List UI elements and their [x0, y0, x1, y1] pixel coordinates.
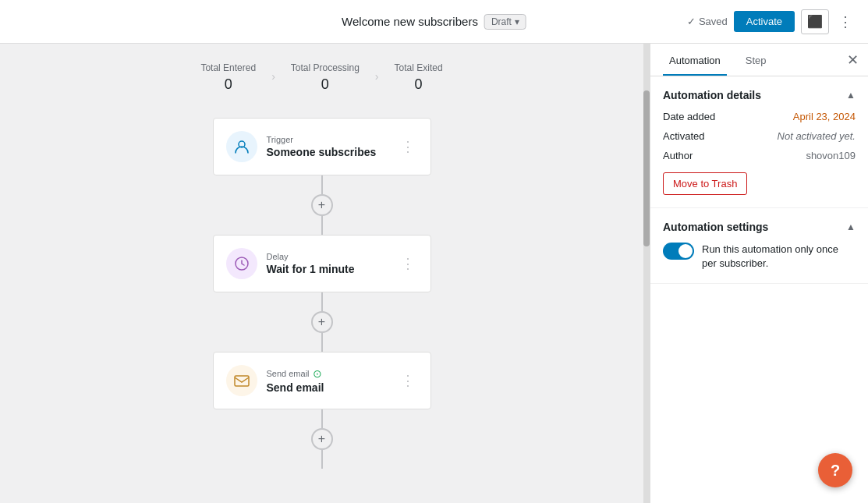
panel-close-button[interactable]: ✕ — [847, 51, 859, 69]
author-row: Author shovon109 — [663, 150, 856, 161]
delay-content: Delay Wait for 1 minute — [267, 252, 388, 275]
send-email-node[interactable]: Send email ⊙ Send email ⋮ — [213, 352, 431, 409]
app-header: Welcome new subscribers Draft ▾ ✓ Saved … — [0, 0, 868, 44]
check-icon: ✓ — [687, 16, 696, 27]
email-svg — [233, 372, 250, 389]
toggle-label: Run this automation only once per subscr… — [702, 243, 856, 271]
date-added-value: April 23, 2024 — [793, 111, 856, 122]
delay-menu-button[interactable]: ⋮ — [398, 252, 418, 275]
person-svg — [233, 138, 250, 155]
activate-button[interactable]: Activate — [734, 11, 795, 32]
email-content: Send email ⊙ Send email — [267, 367, 388, 394]
automation-details-section: Automation details ▲ Date added April 23… — [650, 76, 868, 208]
stat-exited-label: Total Exited — [395, 62, 443, 73]
toggle-thumb — [678, 244, 693, 258]
saved-label: Saved — [699, 16, 728, 27]
automation-title: Welcome new subscribers — [342, 15, 478, 28]
date-added-label: Date added — [663, 111, 715, 122]
automation-settings-title: Automation settings — [663, 221, 768, 233]
layout-toggle-button[interactable]: ⬛ — [801, 9, 829, 34]
tab-step-label: Step — [746, 55, 767, 66]
more-options-button[interactable]: ⋮ — [835, 10, 856, 34]
connector-2 — [321, 216, 323, 235]
add-step-button-3[interactable]: + — [311, 428, 333, 450]
activated-value: Not activated yet. — [778, 130, 856, 142]
email-icon — [226, 365, 257, 396]
draft-status-button[interactable]: Draft ▾ — [484, 14, 526, 30]
svg-rect-2 — [235, 376, 249, 386]
tab-automation[interactable]: Automation — [663, 44, 727, 76]
stat-entered-value: 0 — [225, 76, 232, 93]
stat-entered-label: Total Entered — [200, 62, 256, 73]
tab-step[interactable]: Step — [739, 44, 773, 76]
stat-arrow-2: › — [375, 70, 379, 86]
automation-details-header[interactable]: Automation details ▲ — [663, 89, 856, 101]
header-actions: ✓ Saved Activate ⬛ ⋮ — [687, 9, 856, 34]
trigger-menu-button[interactable]: ⋮ — [398, 135, 418, 158]
draft-chevron-icon: ▾ — [515, 16, 519, 27]
stat-exited-value: 0 — [415, 76, 423, 93]
draft-label: Draft — [491, 16, 512, 27]
tab-automation-label: Automation — [669, 55, 721, 66]
delay-icon — [226, 248, 257, 279]
help-button[interactable]: ? — [818, 453, 852, 487]
trigger-type-label: Trigger — [267, 135, 388, 144]
connector-6 — [321, 450, 323, 469]
trigger-node[interactable]: Trigger Someone subscribes ⋮ — [213, 118, 431, 175]
email-name: Send email — [267, 381, 388, 394]
add-step-button-2[interactable]: + — [311, 311, 333, 333]
saved-status: ✓ Saved — [687, 16, 728, 27]
help-icon: ? — [831, 462, 840, 480]
connector-4 — [321, 333, 323, 352]
toggle-row: Run this automation only once per subscr… — [663, 243, 856, 271]
email-type-label: Send email ⊙ — [267, 367, 388, 380]
connector-1 — [321, 175, 323, 194]
email-status-badge: ⊙ — [313, 367, 322, 380]
trigger-content: Trigger Someone subscribes — [267, 135, 388, 158]
clock-svg — [233, 255, 250, 272]
automation-details-title: Automation details — [663, 89, 761, 101]
details-chevron-icon: ▲ — [846, 90, 856, 101]
delay-name: Wait for 1 minute — [267, 263, 388, 275]
move-to-trash-button[interactable]: Move to Trash — [663, 172, 747, 195]
header-center: Welcome new subscribers Draft ▾ — [342, 14, 526, 30]
connector-3 — [321, 292, 323, 311]
run-once-toggle[interactable] — [663, 243, 694, 260]
automation-canvas: Total Entered 0 › Total Processing 0 › T… — [0, 44, 643, 503]
email-menu-button[interactable]: ⋮ — [398, 369, 418, 392]
trigger-name: Someone subscribes — [267, 146, 388, 158]
author-label: Author — [663, 150, 693, 161]
stats-row: Total Entered 0 › Total Processing 0 › T… — [200, 62, 442, 93]
activated-label: Activated — [663, 130, 704, 142]
stat-processing-label: Total Processing — [291, 62, 360, 73]
connector-5 — [321, 409, 323, 428]
activated-row: Activated Not activated yet. — [663, 130, 856, 142]
layout-icon: ⬛ — [807, 14, 823, 29]
main-layout: Total Entered 0 › Total Processing 0 › T… — [0, 44, 868, 503]
author-value: shovon109 — [806, 150, 856, 161]
date-added-row: Date added April 23, 2024 — [663, 111, 856, 122]
stat-processing-value: 0 — [321, 76, 329, 93]
send-email-type-text: Send email — [267, 369, 310, 378]
automation-settings-section: Automation settings ▲ Run this automatio… — [650, 208, 868, 284]
add-step-button-1[interactable]: + — [311, 194, 333, 216]
delay-type-label: Delay — [267, 252, 388, 261]
stat-total-exited: Total Exited 0 — [395, 62, 443, 93]
delay-node[interactable]: Delay Wait for 1 minute ⋮ — [213, 235, 431, 292]
flow-container: Trigger Someone subscribes ⋮ + Delay — [213, 118, 431, 469]
scrollbar-thumb[interactable] — [643, 90, 650, 246]
right-panel: Automation Step ✕ Automation details ▲ D… — [650, 44, 868, 503]
stat-arrow-1: › — [271, 70, 275, 86]
stat-total-processing: Total Processing 0 — [291, 62, 360, 93]
settings-chevron-icon: ▲ — [846, 221, 856, 232]
trigger-icon — [226, 131, 257, 162]
automation-settings-header[interactable]: Automation settings ▲ — [663, 221, 856, 233]
panel-tabs: Automation Step ✕ — [650, 44, 868, 76]
stat-total-entered: Total Entered 0 — [200, 62, 256, 93]
scrollbar-track — [643, 44, 650, 503]
